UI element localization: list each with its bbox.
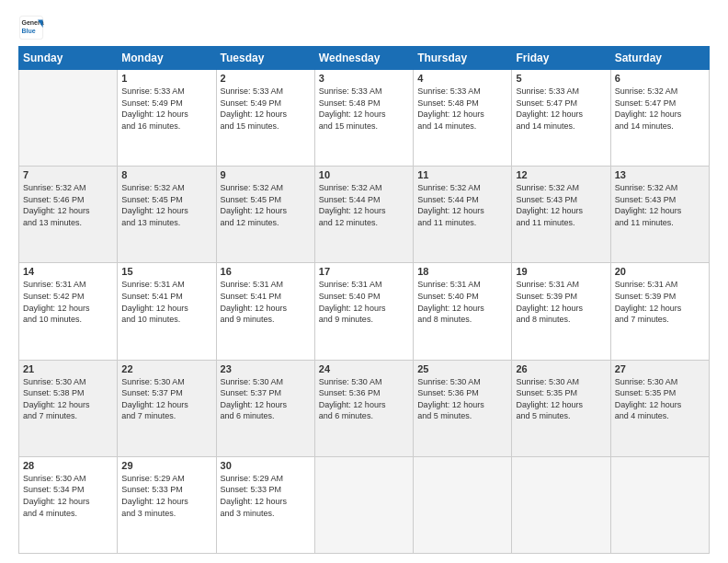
day-number: 27 (615, 363, 705, 374)
calendar-cell: 4Sunrise: 5:33 AM Sunset: 5:48 PM Daylig… (414, 70, 512, 167)
day-number: 4 (417, 73, 507, 84)
day-info: Sunrise: 5:30 AM Sunset: 5:38 PM Dayligh… (23, 376, 113, 422)
day-info: Sunrise: 5:31 AM Sunset: 5:40 PM Dayligh… (319, 279, 409, 325)
day-info: Sunrise: 5:32 AM Sunset: 5:45 PM Dayligh… (121, 182, 211, 228)
week-row-5: 28Sunrise: 5:30 AM Sunset: 5:34 PM Dayli… (19, 456, 710, 553)
day-number: 12 (516, 169, 606, 180)
day-number: 22 (121, 363, 211, 374)
day-info: Sunrise: 5:32 AM Sunset: 5:44 PM Dayligh… (319, 182, 409, 228)
calendar-cell: 10Sunrise: 5:32 AM Sunset: 5:44 PM Dayli… (314, 167, 413, 263)
day-info: Sunrise: 5:32 AM Sunset: 5:43 PM Dayligh… (516, 182, 606, 228)
week-row-1: 1Sunrise: 5:33 AM Sunset: 5:49 PM Daylig… (19, 70, 710, 167)
calendar-cell (314, 456, 413, 553)
day-number: 25 (417, 363, 507, 374)
calendar-cell: 20Sunrise: 5:31 AM Sunset: 5:39 PM Dayli… (610, 263, 709, 360)
col-header-sunday: Sunday (19, 47, 118, 70)
day-number: 6 (615, 73, 705, 84)
calendar-cell: 19Sunrise: 5:31 AM Sunset: 5:39 PM Dayli… (512, 263, 610, 360)
day-number: 9 (221, 169, 311, 180)
col-header-tuesday: Tuesday (216, 47, 314, 70)
day-info: Sunrise: 5:31 AM Sunset: 5:41 PM Dayligh… (121, 279, 211, 325)
day-number: 1 (121, 73, 211, 84)
calendar-cell (610, 456, 709, 553)
calendar-cell: 13Sunrise: 5:32 AM Sunset: 5:43 PM Dayli… (610, 167, 709, 263)
calendar-cell: 26Sunrise: 5:30 AM Sunset: 5:35 PM Dayli… (512, 360, 610, 456)
day-number: 14 (23, 266, 113, 277)
week-row-2: 7Sunrise: 5:32 AM Sunset: 5:46 PM Daylig… (19, 167, 710, 263)
calendar-cell: 21Sunrise: 5:30 AM Sunset: 5:38 PM Dayli… (19, 360, 118, 456)
col-header-wednesday: Wednesday (314, 47, 413, 70)
day-number: 10 (319, 169, 409, 180)
calendar-cell: 16Sunrise: 5:31 AM Sunset: 5:41 PM Dayli… (216, 263, 314, 360)
calendar-cell: 12Sunrise: 5:32 AM Sunset: 5:43 PM Dayli… (512, 167, 610, 263)
day-number: 24 (319, 363, 409, 374)
day-number: 2 (221, 73, 311, 84)
day-info: Sunrise: 5:33 AM Sunset: 5:49 PM Dayligh… (121, 86, 211, 132)
calendar: SundayMondayTuesdayWednesdayThursdayFrid… (18, 46, 710, 554)
logo: General Blue (18, 15, 48, 40)
day-number: 30 (221, 460, 311, 471)
day-info: Sunrise: 5:32 AM Sunset: 5:44 PM Dayligh… (417, 182, 507, 228)
day-number: 29 (121, 460, 211, 471)
calendar-cell: 29Sunrise: 5:29 AM Sunset: 5:33 PM Dayli… (118, 456, 216, 553)
day-number: 16 (221, 266, 311, 277)
page: General Blue SundayMondayTuesdayWednesda… (0, 0, 728, 563)
day-info: Sunrise: 5:30 AM Sunset: 5:37 PM Dayligh… (121, 376, 211, 422)
calendar-cell: 5Sunrise: 5:33 AM Sunset: 5:47 PM Daylig… (512, 70, 610, 167)
day-number: 13 (615, 169, 705, 180)
day-info: Sunrise: 5:32 AM Sunset: 5:43 PM Dayligh… (615, 182, 705, 228)
day-number: 3 (319, 73, 409, 84)
calendar-cell: 25Sunrise: 5:30 AM Sunset: 5:36 PM Dayli… (414, 360, 512, 456)
day-number: 7 (23, 169, 113, 180)
calendar-cell: 9Sunrise: 5:32 AM Sunset: 5:45 PM Daylig… (216, 167, 314, 263)
day-info: Sunrise: 5:31 AM Sunset: 5:40 PM Dayligh… (417, 279, 507, 325)
calendar-cell: 28Sunrise: 5:30 AM Sunset: 5:34 PM Dayli… (19, 456, 118, 553)
day-number: 8 (121, 169, 211, 180)
calendar-cell (414, 456, 512, 553)
header: General Blue (18, 15, 710, 40)
logo-icon: General Blue (18, 15, 44, 40)
col-header-thursday: Thursday (414, 47, 512, 70)
day-number: 28 (23, 460, 113, 471)
day-number: 15 (121, 266, 211, 277)
day-info: Sunrise: 5:31 AM Sunset: 5:41 PM Dayligh… (221, 279, 311, 325)
calendar-cell: 7Sunrise: 5:32 AM Sunset: 5:46 PM Daylig… (19, 167, 118, 263)
day-info: Sunrise: 5:30 AM Sunset: 5:36 PM Dayligh… (417, 376, 507, 422)
col-header-friday: Friday (512, 47, 610, 70)
day-info: Sunrise: 5:33 AM Sunset: 5:49 PM Dayligh… (221, 86, 311, 132)
calendar-cell: 3Sunrise: 5:33 AM Sunset: 5:48 PM Daylig… (314, 70, 413, 167)
svg-text:Blue: Blue (22, 28, 36, 34)
day-info: Sunrise: 5:31 AM Sunset: 5:39 PM Dayligh… (615, 279, 705, 325)
calendar-cell (512, 456, 610, 553)
calendar-cell: 27Sunrise: 5:30 AM Sunset: 5:35 PM Dayli… (610, 360, 709, 456)
day-info: Sunrise: 5:30 AM Sunset: 5:35 PM Dayligh… (516, 376, 606, 422)
col-header-saturday: Saturday (610, 47, 709, 70)
calendar-cell: 23Sunrise: 5:30 AM Sunset: 5:37 PM Dayli… (216, 360, 314, 456)
day-info: Sunrise: 5:29 AM Sunset: 5:33 PM Dayligh… (221, 473, 311, 519)
day-number: 19 (516, 266, 606, 277)
calendar-cell: 30Sunrise: 5:29 AM Sunset: 5:33 PM Dayli… (216, 456, 314, 553)
calendar-cell: 18Sunrise: 5:31 AM Sunset: 5:40 PM Dayli… (414, 263, 512, 360)
day-info: Sunrise: 5:31 AM Sunset: 5:39 PM Dayligh… (516, 279, 606, 325)
day-info: Sunrise: 5:30 AM Sunset: 5:34 PM Dayligh… (23, 473, 113, 519)
week-row-4: 21Sunrise: 5:30 AM Sunset: 5:38 PM Dayli… (19, 360, 710, 456)
header-row: SundayMondayTuesdayWednesdayThursdayFrid… (19, 47, 710, 70)
day-info: Sunrise: 5:33 AM Sunset: 5:47 PM Dayligh… (516, 86, 606, 132)
day-number: 20 (615, 266, 705, 277)
calendar-cell: 17Sunrise: 5:31 AM Sunset: 5:40 PM Dayli… (314, 263, 413, 360)
calendar-cell: 1Sunrise: 5:33 AM Sunset: 5:49 PM Daylig… (118, 70, 216, 167)
day-info: Sunrise: 5:30 AM Sunset: 5:36 PM Dayligh… (319, 376, 409, 422)
calendar-cell: 14Sunrise: 5:31 AM Sunset: 5:42 PM Dayli… (19, 263, 118, 360)
day-info: Sunrise: 5:32 AM Sunset: 5:46 PM Dayligh… (23, 182, 113, 228)
calendar-cell: 6Sunrise: 5:32 AM Sunset: 5:47 PM Daylig… (610, 70, 709, 167)
day-info: Sunrise: 5:32 AM Sunset: 5:45 PM Dayligh… (221, 182, 311, 228)
day-info: Sunrise: 5:32 AM Sunset: 5:47 PM Dayligh… (615, 86, 705, 132)
calendar-cell (19, 70, 118, 167)
calendar-cell: 24Sunrise: 5:30 AM Sunset: 5:36 PM Dayli… (314, 360, 413, 456)
day-number: 18 (417, 266, 507, 277)
day-info: Sunrise: 5:30 AM Sunset: 5:35 PM Dayligh… (615, 376, 705, 422)
col-header-monday: Monday (118, 47, 216, 70)
day-info: Sunrise: 5:31 AM Sunset: 5:42 PM Dayligh… (23, 279, 113, 325)
day-info: Sunrise: 5:33 AM Sunset: 5:48 PM Dayligh… (417, 86, 507, 132)
day-number: 23 (221, 363, 311, 374)
